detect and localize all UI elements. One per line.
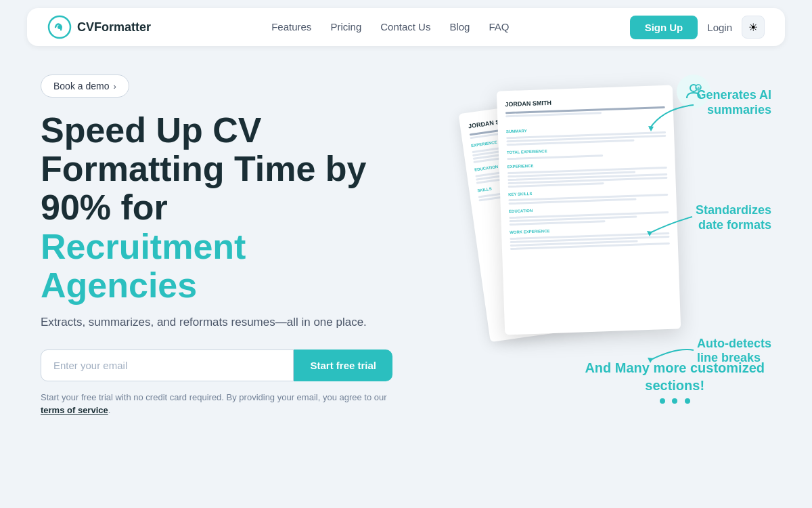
logo-icon — [47, 15, 72, 39]
and-more-section: And Many more customizedsections! — [585, 359, 765, 406]
book-demo-button[interactable]: Book a demo › — [41, 75, 129, 98]
arrow-date — [641, 210, 696, 244]
email-input[interactable] — [41, 350, 294, 381]
headline-accent: Recruitment Agencies — [41, 227, 246, 305]
nav-right: Sign Up Login ☀ — [630, 16, 765, 39]
and-more-text: And Many more customizedsections! — [585, 359, 765, 394]
headline-line2: Formatting Time by — [41, 149, 367, 188]
arrow-ai — [643, 102, 697, 142]
signup-button[interactable]: Sign Up — [630, 16, 698, 39]
sun-icon: ☀ — [748, 21, 758, 34]
callout-ai-text: Generates AIsummaries — [697, 88, 771, 117]
nav-contact[interactable]: Contact Us — [380, 21, 430, 33]
callout-date: Standardizesdate formats — [696, 203, 771, 232]
nav-blog[interactable]: Blog — [449, 21, 470, 33]
navbar: CVFormatter Features Pricing Contact Us … — [27, 8, 785, 46]
nav-pricing[interactable]: Pricing — [330, 21, 361, 33]
nav-links: Features Pricing Contact Us Blog FAQ — [271, 21, 509, 33]
headline-line1: Speed Up CV — [41, 110, 262, 150]
svg-marker-5 — [648, 126, 654, 131]
logo-area: CVFormatter — [47, 15, 151, 39]
email-form: Start free trial — [41, 350, 392, 381]
headline-line3: 90% for — [41, 188, 168, 227]
dot-2 — [672, 398, 677, 404]
trial-button[interactable]: Start free trial — [294, 350, 392, 381]
dot-1 — [660, 398, 665, 404]
hero-right: JORDAN SMITH Experience Education Skills — [420, 68, 771, 406]
hero-section: Book a demo › Speed Up CV Formatting Tim… — [14, 54, 798, 431]
nav-features[interactable]: Features — [271, 21, 311, 33]
nav-faq[interactable]: FAQ — [489, 21, 509, 33]
terms-text: Start your free trial with no credit car… — [41, 391, 392, 417]
headline: Speed Up CV Formatting Time by 90% for R… — [41, 111, 392, 305]
login-button[interactable]: Login — [707, 22, 732, 33]
hero-left: Book a demo › Speed Up CV Formatting Tim… — [41, 68, 392, 417]
svg-point-1 — [58, 25, 62, 29]
theme-toggle[interactable]: ☀ — [742, 16, 765, 39]
svg-marker-6 — [647, 231, 652, 236]
cv-preview-area: JORDAN SMITH Experience Education Skills — [420, 68, 771, 406]
callout-ai: Generates AIsummaries — [697, 88, 771, 117]
terms-after: . — [108, 405, 111, 415]
navbar-wrapper: CVFormatter Features Pricing Contact Us … — [0, 0, 812, 54]
callout-date-text: Standardizesdate formats — [696, 203, 771, 232]
dot-3 — [685, 398, 690, 404]
arrow-icon: › — [114, 81, 116, 91]
book-demo-label: Book a demo — [53, 81, 110, 91]
subheadline: Extracts, summarizes, and reformats resu… — [41, 316, 392, 329]
terms-before: Start your free trial with no credit car… — [41, 392, 387, 402]
logo-text: CVFormatter — [77, 20, 151, 35]
terms-link[interactable]: terms of service — [41, 405, 108, 415]
